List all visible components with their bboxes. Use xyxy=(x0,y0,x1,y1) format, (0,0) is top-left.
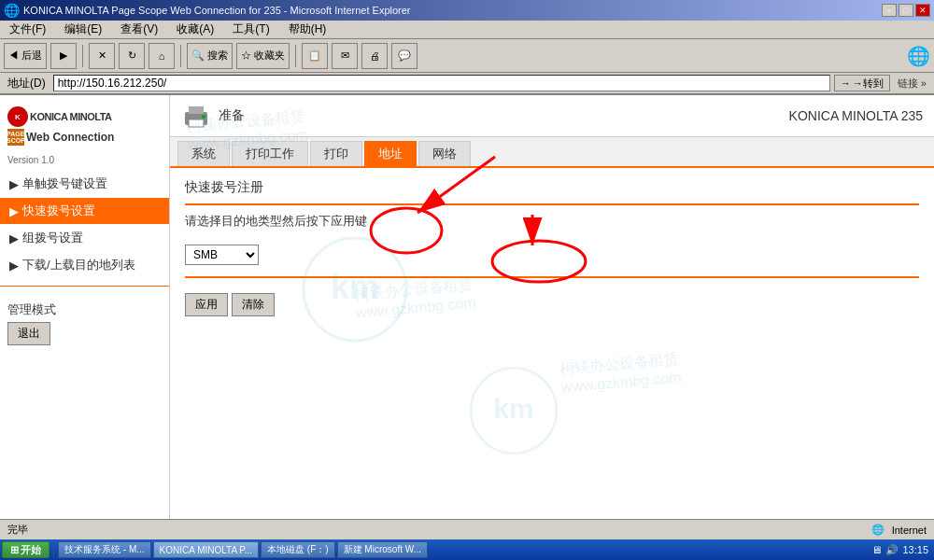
ie-logo-icon: 🌐 xyxy=(907,45,930,67)
clear-button[interactable]: 清除 xyxy=(232,293,275,316)
divider-top xyxy=(185,203,919,205)
history-button[interactable]: 📋 xyxy=(302,43,328,69)
go-arrow-icon: → xyxy=(841,77,851,89)
nav-item-download-upload[interactable]: ▶ 下载/上载目的地列表 xyxy=(0,252,169,278)
mail-button[interactable]: ✉ xyxy=(332,43,358,69)
pagescope-row: PAGESCOP Web Connection xyxy=(7,129,114,146)
toolbar-sep-3 xyxy=(295,45,296,67)
discuss-button[interactable]: 💬 xyxy=(391,43,417,69)
svg-point-3 xyxy=(202,115,205,119)
minimize-button[interactable]: − xyxy=(882,4,897,17)
tab-address[interactable]: 地址 xyxy=(364,141,417,166)
nav-arrow-icon-4: ▶ xyxy=(9,259,19,273)
status-bar: 完毕 🌐 Internet xyxy=(0,519,934,539)
menu-help[interactable]: 帮助(H) xyxy=(283,20,333,39)
toolbar-sep-2 xyxy=(180,45,181,67)
address-label: 地址(D) xyxy=(4,76,50,91)
back-button[interactable]: ◀ 后退 xyxy=(4,43,47,69)
admin-title: 管理模式 xyxy=(7,301,162,318)
tab-print[interactable]: 打印 xyxy=(310,141,362,166)
taskbar-right: 🖥 🔊 13:15 xyxy=(871,544,932,556)
taskbar-item-2[interactable]: 本地磁盘 (F：) xyxy=(261,541,335,558)
internet-label: Internet xyxy=(892,525,927,536)
sidebar-nav: ▶ 单触拨号键设置 ▶ 快速拨号设置 ▶ 组拨号设置 ▶ 下载/上载目的地列表 xyxy=(0,171,169,278)
taskbar-item-0[interactable]: 技术服务系统 - M... xyxy=(58,541,151,558)
sidebar-divider xyxy=(0,286,169,287)
content-body: 快速拨号注册 请选择目的地类型然后按下应用键 SMB FTP E-Mail We… xyxy=(170,168,934,343)
menu-favorites[interactable]: 收藏(A) xyxy=(171,20,219,39)
main-area: K KONICA MINOLTA PAGESCOP Web Connection… xyxy=(0,95,934,521)
menu-view[interactable]: 查看(V) xyxy=(115,20,163,39)
address-input[interactable] xyxy=(53,75,830,91)
svg-rect-2 xyxy=(189,119,204,127)
admin-section: 管理模式 退出 xyxy=(0,294,169,353)
close-button[interactable]: ✕ xyxy=(915,4,930,17)
globe-icon: 🌐 xyxy=(871,524,884,536)
network-icon: 🖥 xyxy=(871,544,882,555)
maximize-button[interactable]: □ xyxy=(899,4,913,17)
section-title: 快速拨号注册 xyxy=(185,179,919,196)
webconn-text: Web Connection xyxy=(26,131,114,144)
menu-tools[interactable]: 工具(T) xyxy=(227,20,275,39)
nav-item-quick-dial[interactable]: ▶ 快速拨号设置 xyxy=(0,198,169,224)
status-text: 完毕 xyxy=(7,523,864,537)
address-bar: 地址(D) → →转到 链接 » xyxy=(0,73,934,95)
start-button[interactable]: ⊞ 开始 xyxy=(2,541,50,558)
prepare-label: 准备 xyxy=(219,107,245,124)
pagescope-icon: PAGESCOP xyxy=(7,129,24,146)
instruction-text: 请选择目的地类型然后按下应用键 xyxy=(185,213,919,230)
menu-file[interactable]: 文件(F) xyxy=(4,20,51,39)
toolbar: ◀ 后退 ▶ ✕ ↻ ⌂ 🔍 搜索 ☆ 收藏夹 📋 ✉ 🖨 💬 🌐 xyxy=(0,39,934,73)
print-button[interactable]: 🖨 xyxy=(361,43,388,69)
apply-button[interactable]: 应用 xyxy=(185,293,228,316)
tab-system[interactable]: 系统 xyxy=(177,141,230,166)
device-name: KONICA MINOLTA 235 xyxy=(789,108,923,123)
menu-bar: 文件(F) 编辑(E) 查看(V) 收藏(A) 工具(T) 帮助(H) xyxy=(0,21,934,39)
search-button[interactable]: 🔍 搜索 xyxy=(187,43,233,69)
form-row: SMB FTP E-Mail WebDAV xyxy=(185,245,919,265)
favorites-button[interactable]: ☆ 收藏夹 xyxy=(236,43,290,69)
forward-button[interactable]: ▶ xyxy=(50,43,77,69)
sidebar: K KONICA MINOLTA PAGESCOP Web Connection… xyxy=(0,95,170,521)
sidebar-logo: K KONICA MINOLTA PAGESCOP Web Connection xyxy=(0,103,169,153)
konica-text: KONICA MINOLTA xyxy=(30,111,112,122)
taskbar: ⊞ 开始 技术服务系统 - M... KONICA MINOLTA P... 本… xyxy=(0,539,934,560)
links-label: 链接 » xyxy=(894,77,930,91)
divider-bottom xyxy=(185,276,919,278)
nav-arrow-icon-1: ▶ xyxy=(9,177,19,191)
volume-icon: 🔊 xyxy=(885,544,899,556)
version-label: Version 1.0 xyxy=(0,153,169,171)
title-bar: 🌐 KONICA MINOLTA Page Scope Web Connecti… xyxy=(0,0,934,21)
tab-print-jobs[interactable]: 打印工作 xyxy=(232,141,308,166)
taskbar-item-3[interactable]: 新建 Microsoft W... xyxy=(337,541,428,558)
nav-arrow-icon-3: ▶ xyxy=(9,231,19,245)
taskbar-sep xyxy=(53,541,54,558)
nav-arrow-icon-2: ▶ xyxy=(9,204,19,218)
ie-icon: 🌐 xyxy=(4,3,20,18)
nav-item-speed-dial[interactable]: ▶ 单触拨号键设置 xyxy=(0,171,169,197)
home-button[interactable]: ⌂ xyxy=(149,43,175,69)
windows-icon: ⊞ xyxy=(10,544,19,556)
tab-network[interactable]: 网络 xyxy=(418,141,471,166)
button-row: 应用 清除 xyxy=(185,293,919,316)
logout-button[interactable]: 退出 xyxy=(7,322,50,345)
window-title: KONICA MINOLTA Page Scope Web Connection… xyxy=(23,5,411,16)
go-button[interactable]: → →转到 xyxy=(834,75,890,91)
clock: 13:15 xyxy=(902,544,928,555)
content-header: 准备 KONICA MINOLTA 235 xyxy=(170,95,934,137)
printer-icon xyxy=(181,101,211,131)
konica-logo: K KONICA MINOLTA xyxy=(7,106,112,127)
menu-edit[interactable]: 编辑(E) xyxy=(59,20,107,39)
konica-circle-icon: K xyxy=(7,106,28,127)
tab-bar: 系统 打印工作 打印 地址 网络 xyxy=(170,137,934,168)
stop-button[interactable]: ✕ xyxy=(89,43,115,69)
toolbar-sep-1 xyxy=(82,45,83,67)
content-area: 准备 KONICA MINOLTA 235 系统 打印工作 打印 地址 网络 快… xyxy=(170,95,934,521)
type-dropdown[interactable]: SMB FTP E-Mail WebDAV xyxy=(185,245,259,265)
svg-rect-1 xyxy=(189,106,204,114)
nav-item-group-dial[interactable]: ▶ 组拨号设置 xyxy=(0,225,169,251)
taskbar-item-1[interactable]: KONICA MINOLTA P... xyxy=(153,541,259,558)
refresh-button[interactable]: ↻ xyxy=(119,43,145,69)
